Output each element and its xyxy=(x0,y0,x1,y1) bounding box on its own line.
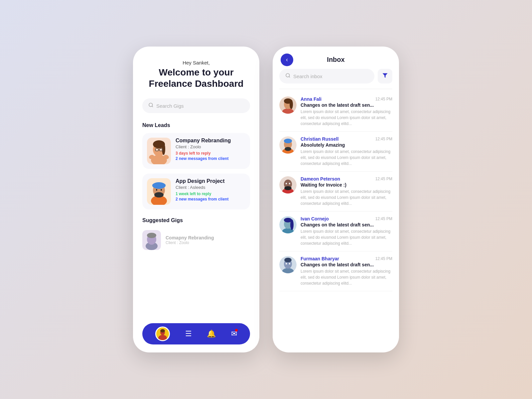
inbox-header: ‹ Inbox xyxy=(273,47,399,69)
nav-profile-btn[interactable] xyxy=(155,327,170,341)
lead-deadline-2: 1 week left to reply xyxy=(176,192,245,196)
msg-time-0: 12:45 PM xyxy=(375,97,392,101)
filter-icon xyxy=(382,72,388,80)
msg-time-2: 12:45 PM xyxy=(375,177,392,181)
inbox-search-row: Search inbox xyxy=(273,69,399,89)
svg-point-54 xyxy=(290,219,294,230)
unread-dot-2 xyxy=(294,190,297,193)
msg-content-1: Christian Russell 12:45 PM Absolutely Am… xyxy=(301,136,392,167)
filter-button[interactable] xyxy=(378,69,392,83)
svg-point-37 xyxy=(290,100,293,109)
bell-icon: 🔔 xyxy=(207,330,216,338)
message-item-4[interactable]: Furmaan Bharyar 12:45 PM Changes on the … xyxy=(279,251,392,291)
msg-avatar-2 xyxy=(279,176,297,194)
inbox-search-placeholder: Search inbox xyxy=(293,73,323,79)
msg-preview-3: Lorem ipsum dolor sit amet, consectetur … xyxy=(301,228,392,246)
svg-rect-42 xyxy=(284,140,292,142)
lead-messages-2: 2 new messages from client xyxy=(176,197,245,201)
svg-point-59 xyxy=(286,263,287,265)
inbox-search-icon xyxy=(285,73,291,79)
svg-point-29 xyxy=(160,329,165,332)
msg-subject-4: Changes on the latest draft sen... xyxy=(301,262,392,267)
gig-search-bar[interactable]: Search Gigs xyxy=(142,98,250,113)
msg-avatar-1 xyxy=(279,136,297,154)
svg-line-1 xyxy=(152,106,153,107)
gig-search-placeholder: Search Gigs xyxy=(156,103,184,109)
search-icon xyxy=(148,102,154,109)
msg-sender-2: Dameon Peterson xyxy=(301,176,340,182)
msg-preview-4: Lorem ipsum dolor sit amet, consectetur … xyxy=(301,268,392,286)
right-phone: ‹ Inbox Search inbox xyxy=(273,47,399,352)
msg-preview-2: Lorem ipsum dolor sit amet, consectetur … xyxy=(301,189,392,206)
msg-sender-4: Furmaan Bharyar xyxy=(301,256,339,261)
inbox-title: Inbox xyxy=(327,56,344,64)
msg-subject-1: Absolutely Amazing xyxy=(301,142,392,148)
svg-point-20 xyxy=(156,189,157,191)
msg-time-1: 12:45 PM xyxy=(375,137,392,141)
back-icon: ‹ xyxy=(286,56,288,63)
svg-point-10 xyxy=(160,149,162,151)
message-list: Anna Fali 12:45 PM Changes on the latest… xyxy=(273,92,399,352)
left-phone: Hey Sanket, Welcome to your Freelance Da… xyxy=(133,47,259,352)
msg-sender-0: Anna Fali xyxy=(301,96,322,102)
svg-rect-18 xyxy=(152,184,166,186)
msg-avatar-3 xyxy=(279,216,297,233)
nav-bell-btn[interactable]: 🔔 xyxy=(207,330,216,338)
nav-menu-btn[interactable]: ☰ xyxy=(185,330,192,338)
msg-avatar-0 xyxy=(279,96,297,114)
nav-mail-btn[interactable]: ✉ xyxy=(231,330,237,338)
message-item-1[interactable]: Christian Russell 12:45 PM Absolutely Am… xyxy=(279,132,392,172)
suggested-client-1: Client : Zoolo xyxy=(166,240,214,245)
msg-preview-1: Lorem ipsum dolor sit amet, consectetur … xyxy=(301,149,392,167)
lead-card-1[interactable]: Company Rebranding Client : Zoolo 3 days… xyxy=(142,133,250,169)
hamburger-icon: ☰ xyxy=(185,330,192,338)
suggested-title: Suggested Gigs xyxy=(142,217,250,223)
message-item-2[interactable]: Dameon Peterson 12:45 PM Waiting for Inv… xyxy=(279,172,392,211)
lead-client-1: Client : Zoolo xyxy=(176,144,245,149)
lead-card-2[interactable]: App Design Project Client : Asleeds 1 we… xyxy=(142,174,250,209)
message-item-3[interactable]: Ivan Cornejo 12:45 PM Changes on the lat… xyxy=(279,211,392,251)
svg-point-21 xyxy=(161,189,162,191)
lead-title-1: Company Rebranding xyxy=(176,138,245,144)
msg-avatar-4 xyxy=(279,256,297,273)
greeting-sub: Hey Sanket, xyxy=(142,60,250,66)
lead-deadline-1: 3 days left to reply xyxy=(176,151,245,156)
unread-dot-1 xyxy=(294,150,297,153)
svg-point-30 xyxy=(286,73,290,77)
greeting-section: Hey Sanket, Welcome to your Freelance Da… xyxy=(142,60,250,89)
inbox-search-bar[interactable]: Search inbox xyxy=(279,69,374,83)
suggested-name-1: Comapny Rebranding xyxy=(166,235,214,240)
lead-info-1: Company Rebranding Client : Zoolo 3 days… xyxy=(176,138,245,161)
svg-point-25 xyxy=(147,233,156,238)
msg-time-4: 12:45 PM xyxy=(375,256,392,261)
svg-line-31 xyxy=(289,76,290,77)
inbox-divider xyxy=(279,89,392,89)
suggested-avatar-1 xyxy=(142,230,161,250)
suggested-card-1[interactable]: Comapny Rebranding Client : Zoolo xyxy=(142,227,250,253)
svg-point-49 xyxy=(289,183,290,185)
msg-subject-2: Waiting for Invoice :) xyxy=(301,182,392,188)
msg-content-2: Dameon Peterson 12:45 PM Waiting for Inv… xyxy=(301,176,392,206)
svg-point-19 xyxy=(154,192,164,198)
svg-point-58 xyxy=(284,258,292,262)
new-leads-title: New Leads xyxy=(142,122,250,128)
bottom-nav: ☰ 🔔 ✉ xyxy=(142,323,250,344)
mail-unread-dot xyxy=(235,329,238,332)
msg-sender-1: Christian Russell xyxy=(301,136,338,142)
svg-point-47 xyxy=(284,186,292,190)
msg-subject-0: Changes on the latest draft sen... xyxy=(301,102,392,108)
msg-content-4: Furmaan Bharyar 12:45 PM Changes on the … xyxy=(301,256,392,286)
lead-client-2: Client : Asleeds xyxy=(176,185,245,190)
lead-info-2: App Design Project Client : Asleeds 1 we… xyxy=(176,178,245,201)
lead-messages-1: 2 new messages from client xyxy=(176,156,245,161)
svg-marker-32 xyxy=(383,73,388,78)
lead-avatar-2 xyxy=(147,178,171,205)
svg-point-9 xyxy=(156,149,158,151)
message-item-0[interactable]: Anna Fali 12:45 PM Changes on the latest… xyxy=(279,92,392,132)
msg-time-3: 12:45 PM xyxy=(375,216,392,221)
lead-title-2: App Design Project xyxy=(176,178,245,184)
suggested-info-1: Comapny Rebranding Client : Zoolo xyxy=(166,235,214,245)
lead-avatar-1 xyxy=(147,138,171,164)
back-button[interactable]: ‹ xyxy=(281,54,293,66)
svg-point-48 xyxy=(286,183,287,185)
